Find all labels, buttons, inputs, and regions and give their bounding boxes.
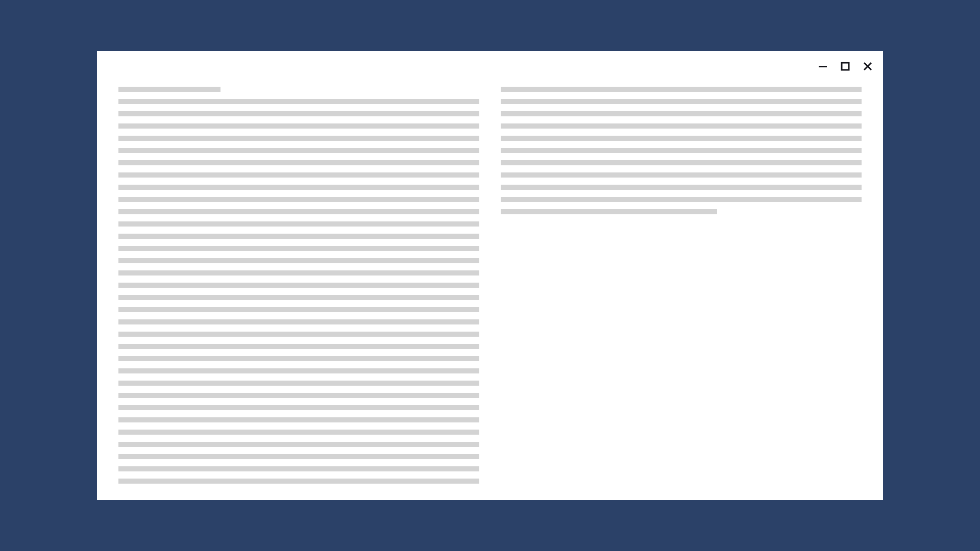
text-line [118, 332, 479, 337]
text-line [118, 307, 479, 312]
text-line [118, 234, 479, 239]
text-line [501, 111, 862, 116]
text-line [118, 246, 479, 251]
text-line [501, 87, 862, 92]
text-line [118, 148, 479, 153]
text-line [501, 148, 862, 153]
text-line [118, 454, 479, 459]
svg-rect-0 [819, 66, 827, 67]
text-line [118, 197, 479, 202]
window-controls [818, 61, 873, 71]
text-line [501, 209, 717, 214]
text-line [118, 381, 479, 386]
text-line [118, 442, 479, 447]
text-line [118, 221, 479, 227]
app-window [97, 51, 883, 500]
text-line [118, 283, 479, 288]
text-line [501, 197, 862, 202]
text-line [118, 172, 479, 178]
text-line [501, 172, 862, 178]
close-icon [863, 62, 872, 71]
text-line [118, 405, 479, 410]
right-column [501, 87, 862, 500]
text-line [118, 209, 479, 214]
content-area [118, 87, 862, 500]
text-line [118, 270, 479, 276]
text-line [118, 258, 479, 263]
text-line [501, 160, 862, 165]
text-line [118, 136, 479, 141]
text-line [118, 356, 479, 361]
text-line [118, 185, 479, 190]
text-line [501, 99, 862, 104]
text-line [118, 430, 479, 435]
text-line [501, 185, 862, 190]
right-text-placeholder [501, 87, 862, 214]
minimize-icon [818, 62, 827, 71]
text-line [118, 99, 479, 104]
text-line [118, 466, 479, 471]
text-line [118, 368, 479, 373]
text-line [501, 136, 862, 141]
title-placeholder [118, 87, 220, 92]
text-line [501, 123, 862, 129]
text-line [118, 295, 479, 300]
text-line [118, 479, 479, 484]
text-line [118, 123, 479, 129]
close-button[interactable] [863, 61, 873, 71]
text-line [118, 393, 479, 398]
text-line [118, 160, 479, 165]
text-line [118, 111, 479, 116]
minimize-button[interactable] [818, 61, 828, 71]
text-line [118, 417, 479, 422]
maximize-icon [841, 62, 850, 71]
left-column [118, 87, 479, 500]
text-line [118, 319, 479, 324]
left-text-placeholder [118, 99, 479, 484]
text-line [118, 344, 479, 349]
svg-rect-1 [842, 63, 849, 70]
maximize-button[interactable] [840, 61, 850, 71]
